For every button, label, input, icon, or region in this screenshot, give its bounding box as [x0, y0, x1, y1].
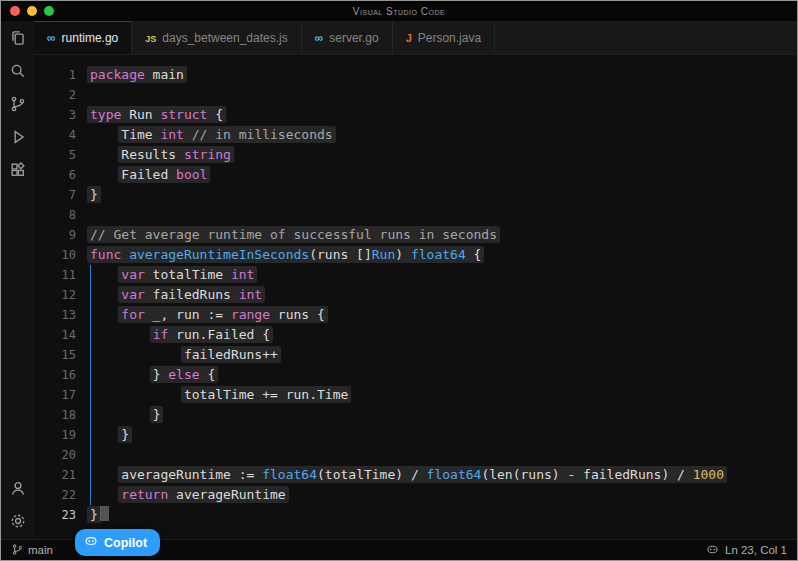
line-number: 18 [34, 405, 90, 425]
code-line[interactable]: 22 return averageRuntime [34, 485, 797, 505]
code-line[interactable]: 14 if run.Failed { [34, 325, 797, 345]
search-icon [9, 62, 27, 84]
go-icon [47, 31, 56, 45]
minimize-button[interactable] [27, 6, 37, 16]
code-line[interactable]: 11 var totalTime int [34, 265, 797, 285]
active-indent-guide [90, 265, 91, 505]
js-icon [145, 31, 156, 45]
activity-settings[interactable] [8, 513, 28, 533]
line-number: 14 [34, 325, 90, 345]
line-number: 1 [34, 65, 90, 85]
activity-extensions[interactable] [8, 162, 28, 182]
activity-source-control[interactable] [8, 96, 28, 116]
activity-explorer[interactable] [8, 30, 28, 50]
code-editor[interactable]: 1package main23type Run struct {4 Time i… [34, 55, 797, 539]
cursor-position-status[interactable]: Ln 23, Col 1 [725, 544, 787, 556]
code-line[interactable]: 2 [34, 85, 797, 105]
tab-label: server.go [329, 31, 378, 45]
line-number: 16 [34, 365, 90, 385]
code-line[interactable]: 20 [34, 445, 797, 465]
tab-label: Person.java [418, 31, 481, 45]
line-number: 19 [34, 425, 90, 445]
explorer-icon [9, 29, 27, 51]
window-title: Visual Studio Code [353, 6, 445, 17]
tab-label: runtime.go [62, 31, 119, 45]
line-number: 11 [34, 265, 90, 285]
code-line[interactable]: 15 failedRuns++ [34, 345, 797, 365]
code-line[interactable]: 9// Get average runtime of successful ru… [34, 225, 797, 245]
copilot-badge[interactable]: Copilot [75, 529, 160, 556]
line-number: 8 [34, 205, 90, 225]
title-bar: Visual Studio Code [1, 1, 797, 21]
code-line[interactable]: 7} [34, 185, 797, 205]
activity-bar [1, 21, 34, 539]
line-number: 21 [34, 465, 90, 485]
code-line[interactable]: 19 } [34, 425, 797, 445]
code-line[interactable]: 12 var failedRuns int [34, 285, 797, 305]
tab-runtime-go[interactable]: runtime.go [34, 21, 132, 54]
line-number: 4 [34, 125, 90, 145]
branch-status[interactable]: main [11, 543, 53, 558]
activity-search[interactable] [8, 63, 28, 83]
code-line[interactable]: 4 Time int // in milliseconds [34, 125, 797, 145]
line-number: 5 [34, 145, 90, 165]
close-button[interactable] [10, 6, 20, 16]
line-number: 22 [34, 485, 90, 505]
line-number: 17 [34, 385, 90, 405]
account-icon [9, 479, 27, 501]
line-number: 10 [34, 245, 90, 265]
code-line[interactable]: 18 } [34, 405, 797, 425]
code-line[interactable]: 10func averageRuntimeInSeconds(runs []Ru… [34, 245, 797, 265]
code-line[interactable]: 23} [34, 505, 797, 525]
branch-name: main [28, 544, 53, 556]
run-debug-icon [9, 128, 27, 150]
go-icon [315, 31, 324, 45]
line-number: 20 [34, 445, 90, 465]
text-cursor [100, 506, 109, 521]
line-number: 3 [34, 105, 90, 125]
line-number: 2 [34, 85, 90, 105]
code-line[interactable]: 17 totalTime += run.Time [34, 385, 797, 405]
code-line[interactable]: 6 Failed bool [34, 165, 797, 185]
gear-icon [9, 512, 27, 534]
code-line[interactable]: 5 Results string [34, 145, 797, 165]
line-number: 12 [34, 285, 90, 305]
source-control-icon [9, 95, 27, 117]
copilot-label: Copilot [104, 536, 147, 550]
copilot-status-icon [706, 543, 719, 558]
branch-icon [11, 543, 24, 558]
tab-days-between-dates-js[interactable]: days_between_dates.js [132, 21, 301, 54]
activity-run-debug[interactable] [8, 129, 28, 149]
copilot-status[interactable] [706, 543, 719, 558]
code-line[interactable]: 3type Run struct { [34, 105, 797, 125]
copilot-icon [84, 534, 98, 551]
tab-person-java[interactable]: Person.java [393, 21, 496, 54]
code-line[interactable]: 21 averageRuntime := float64(totalTime) … [34, 465, 797, 485]
extensions-icon [9, 161, 27, 183]
line-number: 7 [34, 185, 90, 205]
line-number: 9 [34, 225, 90, 245]
line-number: 13 [34, 305, 90, 325]
line-number: 23 [34, 505, 90, 525]
code-line[interactable]: 8 [34, 205, 797, 225]
activity-account[interactable] [8, 480, 28, 500]
zoom-button[interactable] [44, 6, 54, 16]
code-line[interactable]: 1package main [34, 65, 797, 85]
line-number: 6 [34, 165, 90, 185]
code-line[interactable]: 16 } else { [34, 365, 797, 385]
code-lines: 1package main23type Run struct {4 Time i… [34, 55, 797, 525]
traffic-lights [10, 1, 54, 21]
tab-bar: runtime.go days_between_dates.js server.… [34, 21, 797, 55]
line-number: 15 [34, 345, 90, 365]
cursor-position: Ln 23, Col 1 [725, 544, 787, 556]
vscode-window: Visual Studio Code [0, 0, 798, 561]
java-icon [406, 31, 412, 45]
code-line[interactable]: 13 for _, run := range runs { [34, 305, 797, 325]
tab-label: days_between_dates.js [162, 31, 287, 45]
tab-server-go[interactable]: server.go [302, 21, 393, 54]
